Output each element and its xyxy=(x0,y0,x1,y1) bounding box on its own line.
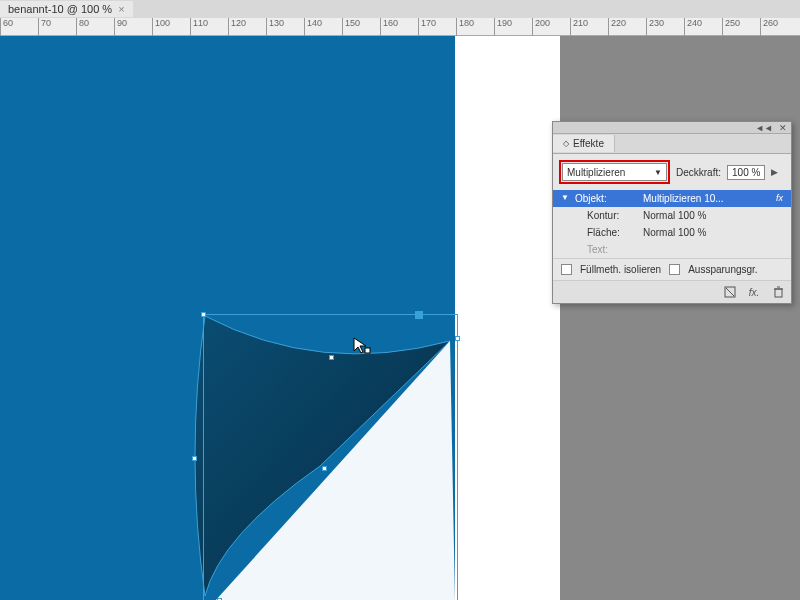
expand-icon: ◇ xyxy=(563,139,569,148)
blend-opacity-row: Multiplizieren ▼ Deckkraft: 100 % ▶ xyxy=(553,154,791,190)
item-label: Objekt: xyxy=(575,193,643,204)
options-row: Füllmeth. isolieren Aussparungsgr. xyxy=(553,258,791,280)
ruler-tick: 160 xyxy=(380,18,398,36)
ruler-tick: 200 xyxy=(532,18,550,36)
ruler-tick: 140 xyxy=(304,18,322,36)
fx-button[interactable]: fx. xyxy=(747,285,761,299)
effects-list-item[interactable]: Text: xyxy=(553,241,791,258)
anchor-point[interactable] xyxy=(455,336,460,341)
blend-mode-select[interactable]: Multiplizieren ▼ xyxy=(562,163,667,181)
ruler-tick: 220 xyxy=(608,18,626,36)
opacity-field[interactable]: 100 % xyxy=(727,165,765,180)
clear-override-icon[interactable] xyxy=(723,285,737,299)
svg-line-2 xyxy=(726,288,734,296)
ruler-tick: 60 xyxy=(0,18,13,36)
svg-rect-3 xyxy=(775,289,782,297)
collapse-icon[interactable]: ◄◄ xyxy=(755,123,773,133)
ruler-tick: 240 xyxy=(684,18,702,36)
anchor-point[interactable] xyxy=(192,456,197,461)
ruler-tick: 70 xyxy=(38,18,51,36)
document-tab[interactable]: benannt-10 @ 100 % × xyxy=(0,1,133,17)
item-value xyxy=(643,244,783,255)
ruler-tick: 210 xyxy=(570,18,588,36)
item-value: Multiplizieren 10... xyxy=(643,193,776,204)
anchor-point[interactable] xyxy=(329,355,334,360)
disclosure-icon: ▼ xyxy=(561,193,575,204)
ruler-tick: 80 xyxy=(76,18,89,36)
anchor-point[interactable] xyxy=(201,312,206,317)
opacity-arrow-icon[interactable]: ▶ xyxy=(771,167,778,177)
isolate-label: Füllmeth. isolieren xyxy=(580,264,661,275)
ruler-tick: 110 xyxy=(190,18,208,36)
chevron-down-icon: ▼ xyxy=(654,168,662,177)
effects-list-item[interactable]: Fläche:Normal 100 % xyxy=(553,224,791,241)
blend-mode-highlight: Multiplizieren ▼ xyxy=(559,160,670,184)
panel-title: Effekte xyxy=(573,138,604,149)
ruler-tick: 230 xyxy=(646,18,664,36)
fx-badge: fx xyxy=(776,193,783,204)
ruler-tick: 180 xyxy=(456,18,474,36)
canvas[interactable] xyxy=(0,36,560,600)
item-value: Normal 100 % xyxy=(643,210,783,221)
disclosure-icon xyxy=(561,244,575,255)
effects-list-item[interactable]: Kontur:Normal 100 % xyxy=(553,207,791,224)
opacity-label: Deckkraft: xyxy=(676,167,721,178)
blend-mode-value: Multiplizieren xyxy=(567,167,625,178)
anchor-point[interactable] xyxy=(322,466,327,471)
panel-controls: ◄◄ ✕ xyxy=(553,122,791,134)
item-label: Kontur: xyxy=(575,210,643,221)
ruler-tick: 170 xyxy=(418,18,436,36)
ruler-tick: 120 xyxy=(228,18,246,36)
ruler-tick: 250 xyxy=(722,18,740,36)
ruler-tick: 190 xyxy=(494,18,512,36)
effects-list-item[interactable]: ▼Objekt:Multiplizieren 10...fx xyxy=(553,190,791,207)
knockout-label: Aussparungsgr. xyxy=(688,264,758,275)
horizontal-ruler: 6070809010011012013014015016017018019020… xyxy=(0,18,800,36)
effects-panel: ◄◄ ✕ ◇ Effekte Multiplizieren ▼ Deckkraf… xyxy=(552,121,792,304)
close-icon[interactable]: ✕ xyxy=(779,123,787,133)
effects-list: ▼Objekt:Multiplizieren 10...fxKontur:Nor… xyxy=(553,190,791,258)
ruler-tick: 90 xyxy=(114,18,127,36)
item-label: Text: xyxy=(575,244,643,255)
item-value: Normal 100 % xyxy=(643,227,783,238)
ruler-tick: 100 xyxy=(152,18,170,36)
tab-effects[interactable]: ◇ Effekte xyxy=(553,135,615,152)
knockout-checkbox[interactable] xyxy=(669,264,680,275)
ruler-tick: 150 xyxy=(342,18,360,36)
trash-icon[interactable] xyxy=(771,285,785,299)
panel-tabs: ◇ Effekte xyxy=(553,134,791,154)
workspace: ◄◄ ✕ ◇ Effekte Multiplizieren ▼ Deckkraf… xyxy=(0,36,800,600)
panel-footer: fx. xyxy=(553,280,791,303)
disclosure-icon xyxy=(561,210,575,221)
document-tab-bar: benannt-10 @ 100 % × xyxy=(0,0,800,18)
ruler-tick: 260 xyxy=(760,18,778,36)
isolate-checkbox[interactable] xyxy=(561,264,572,275)
tab-title: benannt-10 @ 100 % xyxy=(8,3,112,15)
ruler-tick: 130 xyxy=(266,18,284,36)
close-icon[interactable]: × xyxy=(118,3,124,15)
center-handle[interactable] xyxy=(415,311,423,319)
disclosure-icon xyxy=(561,227,575,238)
item-label: Fläche: xyxy=(575,227,643,238)
